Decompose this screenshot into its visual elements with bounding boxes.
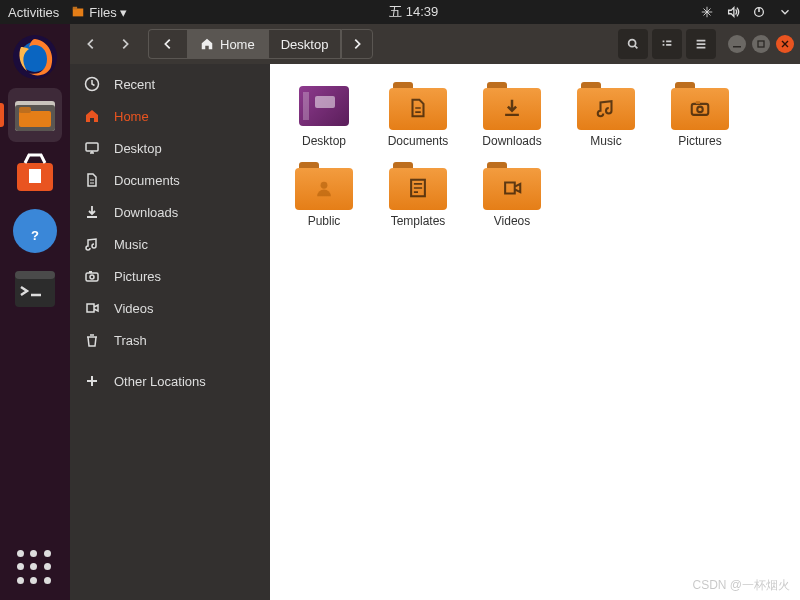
file-label: Videos — [494, 214, 530, 228]
clock-icon — [84, 76, 100, 92]
search-button[interactable] — [618, 29, 648, 59]
volume-icon — [726, 5, 740, 19]
file-item-music[interactable]: Music — [562, 78, 650, 152]
window-minimize-button[interactable] — [728, 35, 746, 53]
clock[interactable]: 五 14:39 — [127, 3, 700, 21]
down-icon — [84, 204, 100, 220]
view-toggle-button[interactable] — [652, 29, 682, 59]
menu-icon — [694, 37, 708, 51]
files-icon — [71, 5, 85, 19]
caret-down-icon — [778, 5, 792, 19]
file-label: Templates — [391, 214, 446, 228]
back-button[interactable] — [76, 29, 106, 59]
network-icon — [700, 5, 714, 19]
sidebar-item-label: Other Locations — [114, 374, 206, 389]
music-icon — [84, 236, 100, 252]
file-label: Public — [308, 214, 341, 228]
sidebar-item-desktop[interactable]: Desktop — [70, 132, 270, 164]
file-item-pictures[interactable]: Pictures — [656, 78, 744, 152]
dock-terminal[interactable] — [8, 262, 62, 316]
file-item-desktop[interactable]: Desktop — [280, 78, 368, 152]
forward-icon — [118, 37, 132, 51]
files-app-menu[interactable]: Files ▾ — [71, 5, 127, 20]
sidebar-item-recent[interactable]: Recent — [70, 68, 270, 100]
breadcrumb-home[interactable]: Home — [187, 29, 268, 59]
gnome-top-bar: Activities Files ▾ 五 14:39 — [0, 0, 800, 24]
sidebar-item-downloads[interactable]: Downloads — [70, 196, 270, 228]
home-icon — [200, 37, 214, 51]
chevron-left-icon — [161, 37, 175, 51]
desktop-icon — [84, 140, 100, 156]
sidebar-item-pictures[interactable]: Pictures — [70, 260, 270, 292]
svg-rect-9 — [73, 9, 84, 17]
activities-button[interactable]: Activities — [8, 5, 59, 20]
breadcrumb-desktop[interactable]: Desktop — [268, 29, 342, 59]
file-label: Music — [590, 134, 621, 148]
sidebar-item-videos[interactable]: Videos — [70, 292, 270, 324]
trash-icon — [84, 332, 100, 348]
file-item-documents[interactable]: Documents — [374, 78, 462, 152]
places-sidebar: RecentHomeDesktopDocumentsDownloadsMusic… — [70, 64, 270, 600]
file-item-templates[interactable]: Templates — [374, 158, 462, 232]
svg-rect-18 — [29, 169, 41, 183]
video-icon — [84, 300, 100, 316]
file-item-videos[interactable]: Videos — [468, 158, 556, 232]
window-close-button[interactable] — [776, 35, 794, 53]
doc-icon — [84, 172, 100, 188]
sidebar-item-label: Documents — [114, 173, 180, 188]
file-label: Downloads — [482, 134, 541, 148]
svg-text:?: ? — [31, 228, 39, 243]
path-up-button[interactable] — [148, 29, 187, 59]
svg-rect-22 — [15, 271, 55, 279]
sidebar-item-label: Music — [114, 237, 148, 252]
dock-firefox[interactable] — [8, 30, 62, 84]
power-icon — [752, 5, 766, 19]
back-icon — [84, 37, 98, 51]
svg-rect-16 — [19, 107, 31, 113]
dock-help[interactable]: ? — [8, 204, 62, 258]
svg-rect-10 — [73, 7, 77, 10]
watermark: CSDN @一杯烟火 — [692, 577, 790, 594]
dock: ? — [0, 24, 70, 600]
forward-button[interactable] — [110, 29, 140, 59]
icon-view[interactable]: DesktopDocumentsDownloadsMusicPicturesPu… — [270, 64, 800, 600]
plus-icon — [84, 373, 100, 389]
sidebar-item-label: Trash — [114, 333, 147, 348]
svg-rect-15 — [19, 111, 51, 127]
chevron-right-icon — [350, 37, 364, 51]
files-window: Home Desktop RecentHomeDesktopDocumentsD… — [70, 24, 800, 600]
hamburger-menu-button[interactable] — [686, 29, 716, 59]
file-label: Pictures — [678, 134, 721, 148]
list-view-icon — [660, 37, 674, 51]
svg-rect-24 — [758, 41, 764, 47]
path-bar: Home Desktop — [148, 29, 373, 59]
show-applications-button[interactable] — [17, 550, 53, 586]
window-maximize-button[interactable] — [752, 35, 770, 53]
search-icon — [626, 37, 640, 51]
file-label: Documents — [388, 134, 449, 148]
sidebar-item-home[interactable]: Home — [70, 100, 270, 132]
file-item-public[interactable]: Public — [280, 158, 368, 232]
file-label: Desktop — [302, 134, 346, 148]
sidebar-item-music[interactable]: Music — [70, 228, 270, 260]
file-item-downloads[interactable]: Downloads — [468, 78, 556, 152]
sidebar-item-trash[interactable]: Trash — [70, 324, 270, 356]
sidebar-item-other[interactable]: Other Locations — [70, 365, 270, 397]
sidebar-item-label: Home — [114, 109, 149, 124]
dock-files[interactable] — [8, 88, 62, 142]
sidebar-item-label: Downloads — [114, 205, 178, 220]
camera-icon — [84, 268, 100, 284]
dock-software[interactable] — [8, 146, 62, 200]
sidebar-item-label: Recent — [114, 77, 155, 92]
sidebar-item-label: Desktop — [114, 141, 162, 156]
titlebar: Home Desktop — [70, 24, 800, 64]
sidebar-item-label: Videos — [114, 301, 154, 316]
path-overflow-button[interactable] — [341, 29, 373, 59]
svg-rect-23 — [733, 46, 741, 48]
home-icon — [84, 108, 100, 124]
sidebar-item-label: Pictures — [114, 269, 161, 284]
sidebar-item-documents[interactable]: Documents — [70, 164, 270, 196]
status-area[interactable] — [700, 5, 792, 19]
